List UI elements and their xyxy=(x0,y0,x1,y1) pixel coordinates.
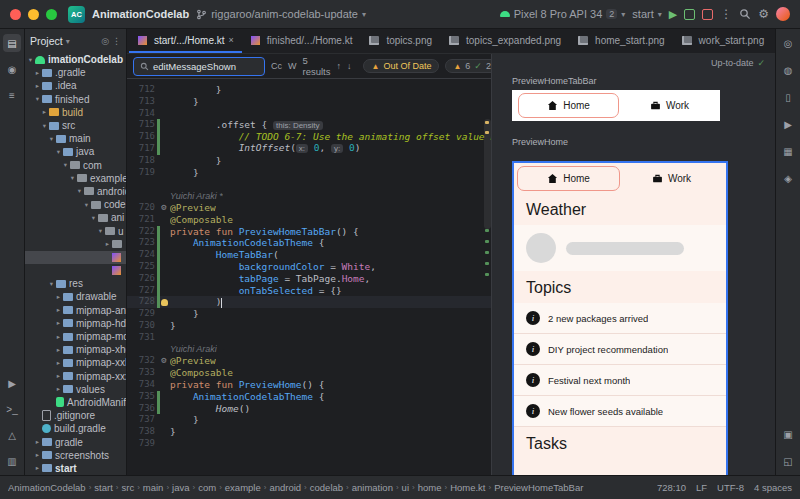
commit-icon[interactable]: ◉ xyxy=(3,60,21,78)
device-manager-icon[interactable]: ▯ xyxy=(779,88,797,106)
settings-button[interactable]: ⚙ xyxy=(758,7,769,21)
code-line[interactable]: 737 } xyxy=(127,414,491,426)
tree-item[interactable]: ▸.idea xyxy=(25,79,126,92)
file-encoding[interactable]: UTF-8 xyxy=(717,482,744,493)
tree-chevron-icon[interactable]: ▾ xyxy=(97,227,104,235)
line-number[interactable]: 739 xyxy=(131,438,158,450)
line-number[interactable]: 716 xyxy=(131,131,158,143)
tree-item[interactable]: ▾java xyxy=(25,145,126,158)
profiler-icon[interactable]: ▦ xyxy=(779,142,797,160)
apply-changes-button[interactable] xyxy=(684,9,695,20)
code-line[interactable]: 733@Composable xyxy=(127,367,491,379)
code-line[interactable]: 732⚙@Preview xyxy=(127,355,491,367)
code-line[interactable]: 734private fun PreviewHome() { xyxy=(127,379,491,391)
code-line[interactable]: 731 xyxy=(127,332,491,344)
line-number[interactable]: 712 xyxy=(131,84,158,96)
tree-chevron-icon[interactable]: ▸ xyxy=(55,293,62,301)
tree-chevron-icon[interactable]: ▾ xyxy=(62,161,69,169)
code-line[interactable]: 738} xyxy=(127,426,491,438)
code-line[interactable]: 724 HomeTabBar( xyxy=(127,249,491,261)
line-number[interactable]: 727 xyxy=(131,285,158,297)
indent-setting[interactable]: 4 spaces xyxy=(754,482,792,493)
structure-icon[interactable]: ≡ xyxy=(3,86,21,104)
line-number[interactable]: 726 xyxy=(131,273,158,285)
search-everywhere-button[interactable] xyxy=(739,8,751,20)
tree-item[interactable]: ▾main xyxy=(25,132,126,145)
breadcrumb-item[interactable]: AnimationCodelab xyxy=(8,482,86,493)
line-number[interactable]: 725 xyxy=(131,261,158,273)
tree-item[interactable]: ▸gradle xyxy=(25,435,126,448)
lightbulb-icon[interactable] xyxy=(161,299,168,306)
code-line[interactable]: 720⚙@Preview xyxy=(127,202,491,214)
tree-item[interactable]: build.gradle xyxy=(25,422,126,435)
tree-chevron-icon[interactable]: ▸ xyxy=(55,306,62,314)
editor-tab[interactable]: finished/.../Home.kt xyxy=(242,29,361,53)
tree-chevron-icon[interactable]: ▾ xyxy=(41,122,48,130)
tree-item[interactable]: ▾u xyxy=(25,224,126,237)
preview-card-home[interactable]: Home Work Weather xyxy=(512,161,728,475)
code-line[interactable]: 713 } xyxy=(127,96,491,108)
close-tab-icon[interactable]: × xyxy=(229,35,234,45)
project-icon[interactable]: ▤ xyxy=(3,34,21,52)
breadcrumb-item[interactable]: ui xyxy=(402,482,409,493)
code-line[interactable]: 739 xyxy=(127,438,491,450)
code-line[interactable]: 715 .offset { this: Density xyxy=(127,119,491,131)
line-number[interactable]: 728 xyxy=(131,296,158,308)
line-number[interactable]: 718 xyxy=(131,155,158,167)
run-button[interactable]: ▶ xyxy=(669,8,677,21)
device-selector[interactable]: Pixel 8 Pro API 34 2 ▾ xyxy=(500,8,626,20)
line-number[interactable]: 715 xyxy=(131,119,158,131)
whole-words-toggle[interactable]: W xyxy=(288,61,297,71)
code-line[interactable]: 714 xyxy=(127,108,491,120)
line-number[interactable]: 721 xyxy=(131,214,158,226)
tree-item[interactable]: ▸mipmap-xxhdpi xyxy=(25,356,126,369)
code-line[interactable]: 719 } xyxy=(127,167,491,179)
tree-item[interactable]: .gitignore xyxy=(25,409,126,422)
code-line[interactable]: 718 } xyxy=(127,155,491,167)
tree-item[interactable] xyxy=(25,264,126,277)
line-number[interactable]: 719 xyxy=(131,167,158,179)
breadcrumb-item[interactable]: codelab xyxy=(310,482,343,493)
preview-label-tabbar[interactable]: PreviewHomeTabBar xyxy=(512,76,775,86)
line-number[interactable]: 713 xyxy=(131,96,158,108)
gradle-icon[interactable]: ◍ xyxy=(779,61,797,79)
tree-chevron-icon[interactable]: ▸ xyxy=(34,82,41,90)
editor-tab[interactable]: work_start.png xyxy=(673,29,773,53)
tree-item[interactable]: ▸drawable xyxy=(25,290,126,303)
project-view-selector[interactable]: Project xyxy=(30,35,63,47)
editor-tab[interactable]: start/.../Home.kt× xyxy=(129,29,242,53)
tree-item[interactable]: ▾android xyxy=(25,185,126,198)
line-separator[interactable]: LF xyxy=(696,482,707,493)
line-number[interactable]: 722 xyxy=(131,226,158,238)
code-line[interactable]: 730} xyxy=(127,320,491,332)
tree-item[interactable]: ▸.gradle xyxy=(25,66,126,79)
code-line[interactable]: Yuichi Araki * xyxy=(127,190,491,202)
editor-tab[interactable]: topics_expanded.png xyxy=(440,29,569,53)
code-line[interactable]: 717 IntOffset(x: 0, y: 0) xyxy=(127,143,491,155)
code-line[interactable]: 723 AnimationCodelabTheme { xyxy=(127,237,491,249)
line-number[interactable]: 735 xyxy=(131,391,158,403)
preview-card-tabbar[interactable]: Home Work xyxy=(512,90,720,121)
preview-label-home[interactable]: PreviewHome xyxy=(512,137,775,147)
line-number[interactable]: 732 xyxy=(131,355,158,367)
problems-icon[interactable]: △ xyxy=(3,426,21,444)
code-line[interactable]: 716 // TODO 6-7: Use the animating offse… xyxy=(127,131,491,143)
tree-item[interactable]: ▾codela xyxy=(25,198,126,211)
layout-icon[interactable]: ▣ xyxy=(779,425,797,443)
breadcrumb-item[interactable]: PreviewHomeTabBar xyxy=(494,482,583,493)
line-number[interactable]: 723 xyxy=(131,237,158,249)
code-line[interactable]: 736 Home() xyxy=(127,403,491,415)
tree-item[interactable]: ▸mipmap-xxxhdp xyxy=(25,370,126,383)
tree-item[interactable]: ▸mipmap-hdpi xyxy=(25,317,126,330)
tree-chevron-icon[interactable]: ▸ xyxy=(41,108,48,116)
code-line[interactable]: 735 AnimationCodelabTheme { xyxy=(127,391,491,403)
tree-item[interactable]: ▾com xyxy=(25,159,126,172)
code-line[interactable]: 712 } xyxy=(127,84,491,96)
tree-chevron-icon[interactable]: ▸ xyxy=(34,438,41,446)
tree-item[interactable]: ▸ xyxy=(25,238,126,251)
stop-button[interactable] xyxy=(702,9,713,20)
preview-out-of-date-chip[interactable]: ▲ Out Of Date xyxy=(363,59,439,73)
line-number[interactable]: 734 xyxy=(131,379,158,391)
tree-item[interactable]: ▾src xyxy=(25,119,126,132)
tree-chevron-icon[interactable]: ▾ xyxy=(76,187,83,195)
